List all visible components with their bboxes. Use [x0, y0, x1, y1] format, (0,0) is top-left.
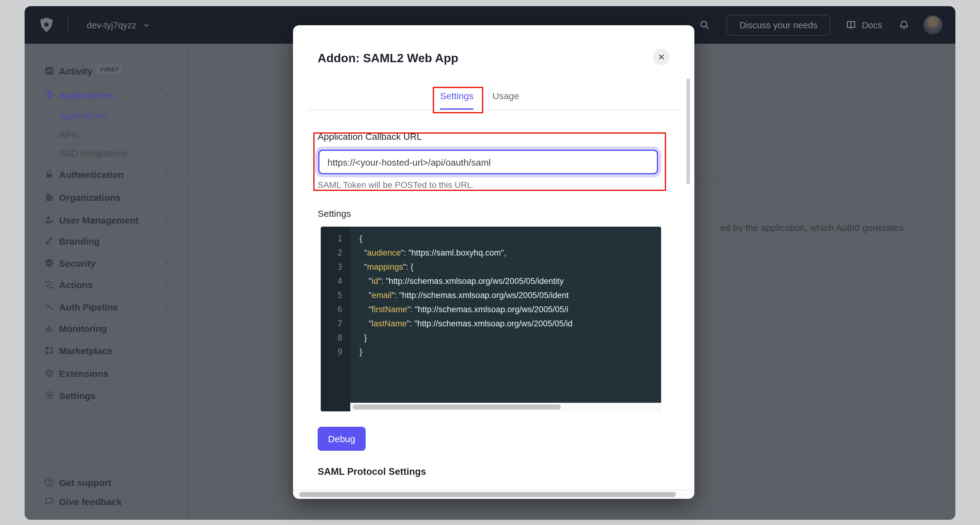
sidebar-item-settings[interactable]: Settings: [25, 386, 188, 405]
chevron-down-icon: [164, 91, 172, 99]
sidebar-item-label: Organizations: [59, 192, 121, 202]
auth0-logo-icon: [38, 17, 55, 33]
chevron-right-icon: [164, 237, 172, 245]
code-line: "email": "http://schemas.xmlsoap.org/ws/…: [350, 288, 661, 302]
modal-addon-saml2: Addon: SAML2 Web App Settings Usage Appl…: [293, 25, 694, 499]
chevron-right-icon: [164, 303, 172, 311]
settings-section-label: Settings: [318, 208, 351, 219]
sidebar-item-actions[interactable]: Actions: [25, 275, 188, 294]
sidebar-item-label: Give feedback: [59, 496, 122, 506]
modal-scrollbar-thumb[interactable]: [299, 492, 676, 497]
bars-icon: [44, 323, 55, 334]
sidebar-item-label: Settings: [59, 390, 95, 401]
code-line: }: [350, 345, 661, 359]
modal-horizontal-scrollbar[interactable]: [293, 490, 694, 499]
code-scrollbar-thumb[interactable]: [353, 405, 561, 410]
pipeline-icon: [44, 301, 55, 312]
sidebar-item-auth-pipeline[interactable]: Auth Pipeline: [25, 297, 188, 316]
sidebar-item-label: Monitoring: [59, 323, 107, 334]
code-line: "mappings": {: [350, 260, 661, 274]
sidebar-item-get-support[interactable]: Get support: [25, 473, 188, 491]
tenant-switcher[interactable]: dev-tyj7qyzz: [87, 6, 150, 44]
first-badge: FIRST: [96, 64, 123, 75]
sidebar-item-activity[interactable]: ActivityFIRST: [25, 62, 188, 80]
debug-button[interactable]: Debug: [318, 427, 366, 451]
sidebar-item-give-feedback[interactable]: Give feedback: [25, 492, 188, 511]
modal-vertical-scrollbar[interactable]: [686, 78, 690, 184]
line-number: 7: [321, 316, 350, 331]
sidebar-item-label: User Management: [59, 215, 138, 225]
sidebar-item-branding[interactable]: Branding: [25, 231, 188, 250]
sidebar-item-label: Applications: [59, 111, 107, 121]
sidebar-item-label: Extensions: [59, 368, 108, 378]
brush-icon: [44, 235, 55, 246]
flow-icon: [44, 279, 55, 290]
nav-divider: [68, 17, 68, 33]
lock-icon: [44, 169, 55, 180]
line-number: 8: [321, 331, 350, 345]
applications-icon: [44, 89, 55, 101]
code-line: "audience": "https://saml.boxyhq.com",: [350, 246, 661, 260]
line-number: 3: [321, 260, 350, 274]
code-line: "id": "http://schemas.xmlsoap.org/ws/200…: [350, 274, 661, 288]
sidebar-item-applications[interactable]: Applications: [25, 86, 188, 104]
tabs-divider: [308, 110, 679, 110]
sidebar-item-user-management[interactable]: User Management: [25, 211, 188, 229]
line-number: 1: [321, 231, 350, 246]
code-line: }: [350, 331, 661, 345]
building-icon: [44, 191, 55, 203]
chevron-right-icon: [164, 170, 172, 178]
sidebar-item-sso-integrations[interactable]: SSO Integrations: [25, 144, 188, 163]
docs-label: Docs: [862, 20, 882, 30]
sidebar-item-label: Authentication: [59, 169, 124, 180]
callback-url-input[interactable]: [318, 150, 658, 174]
sidebar-item-label: Security: [59, 258, 95, 268]
line-number: 2: [321, 246, 350, 260]
saml-protocol-settings-heading: SAML Protocol Settings: [318, 466, 426, 477]
close-icon[interactable]: [653, 49, 670, 65]
screenshot-stage: dev-tyj7qyzz Discuss your needs Docs Act…: [0, 0, 980, 525]
bell-icon[interactable]: [898, 19, 910, 31]
sidebar-item-monitoring[interactable]: Monitoring: [25, 319, 188, 337]
addons-description-right-fragment: ed by the application, which Auth0 gener…: [720, 222, 904, 233]
chat-icon: [44, 496, 55, 507]
search-icon[interactable]: [699, 19, 711, 31]
sidebar-item-label: Auth Pipeline: [59, 302, 118, 312]
chevron-right-icon: [164, 259, 172, 267]
sidebar-item-authentication[interactable]: Authentication: [25, 165, 188, 184]
code-line: {: [350, 231, 661, 246]
sidebar-item-security[interactable]: Security: [25, 254, 188, 272]
modal-title: Addon: SAML2 Web App: [318, 51, 458, 65]
sidebar-item-label: SSO Integrations: [59, 148, 127, 158]
chip-icon: [44, 368, 55, 379]
sidebar-item-applications[interactable]: Applications: [25, 107, 188, 125]
sidebar-item-label: Activity: [59, 65, 92, 76]
tab-settings[interactable]: Settings: [440, 91, 473, 101]
sidebar-item-label: Actions: [59, 279, 93, 290]
sidebar-item-label: Marketplace: [59, 345, 112, 356]
code-horizontal-scrollbar[interactable]: [350, 403, 661, 412]
line-number: 6: [321, 302, 350, 316]
sidebar-item-extensions[interactable]: Extensions: [25, 364, 188, 383]
sidebar-item-label: Applications: [59, 89, 115, 100]
chevron-down-icon: [143, 21, 150, 29]
code-line-numbers: 123456789: [321, 227, 350, 412]
nav-right-group: Discuss your needs Docs: [699, 6, 942, 44]
settings-code-editor[interactable]: 123456789 { "audience": "https://saml.bo…: [321, 227, 661, 412]
book-icon: [845, 19, 857, 31]
tab-usage[interactable]: Usage: [492, 91, 519, 101]
shield-icon: [44, 257, 55, 268]
discuss-your-needs-button[interactable]: Discuss your needs: [727, 14, 830, 35]
chevron-right-icon: [164, 324, 172, 332]
chevron-right-icon: [164, 281, 172, 289]
sidebar-item-label: APIs: [59, 130, 78, 140]
code-content: { "audience": "https://saml.boxyhq.com",…: [350, 227, 661, 403]
sidebar-item-label: Branding: [59, 236, 100, 246]
sidebar-item-apis[interactable]: APIs: [25, 126, 188, 144]
sidebar-item-marketplace[interactable]: Marketplace: [25, 341, 188, 360]
user-avatar[interactable]: [923, 15, 942, 35]
callback-url-label: Application Callback URL: [318, 131, 422, 142]
line-number: 9: [321, 345, 350, 359]
sidebar-item-organizations[interactable]: Organizations: [25, 188, 188, 206]
docs-link[interactable]: Docs: [845, 19, 882, 31]
